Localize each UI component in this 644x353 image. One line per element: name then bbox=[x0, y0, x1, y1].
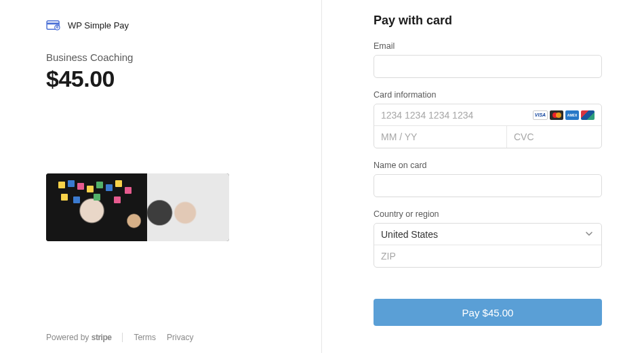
name-group: Name on card bbox=[374, 161, 602, 197]
card-info-label: Card information bbox=[374, 90, 602, 100]
country-group: Country or region United States bbox=[374, 209, 602, 268]
footer: Powered by stripe Terms Privacy bbox=[46, 333, 193, 342]
powered-by-label: Powered by stripe bbox=[46, 333, 111, 342]
footer-divider bbox=[122, 333, 123, 342]
name-input[interactable] bbox=[374, 174, 602, 197]
email-group: Email bbox=[374, 41, 602, 78]
zip-input[interactable] bbox=[374, 245, 601, 267]
summary-panel: WP Simple Pay Business Coaching $45.00 P… bbox=[0, 0, 322, 353]
card-number-input[interactable] bbox=[381, 110, 533, 121]
checkout-title: Pay with card bbox=[374, 14, 602, 28]
checkout-panel: Pay with card Email Card information VIS… bbox=[322, 0, 644, 353]
email-input[interactable] bbox=[374, 55, 602, 78]
country-box: United States bbox=[374, 223, 602, 268]
country-select[interactable]: United States bbox=[374, 224, 601, 245]
product-price: $45.00 bbox=[46, 66, 276, 92]
merchant-brand: WP Simple Pay bbox=[46, 19, 276, 31]
chevron-down-icon bbox=[585, 228, 593, 241]
email-label: Email bbox=[374, 41, 602, 51]
visa-icon: VISA bbox=[533, 110, 548, 120]
product-image bbox=[46, 173, 229, 241]
privacy-link[interactable]: Privacy bbox=[167, 333, 193, 342]
unionpay-icon bbox=[581, 110, 595, 120]
card-brand-icons: VISA AMEX bbox=[533, 110, 595, 120]
svg-point-2 bbox=[55, 25, 60, 30]
stripe-logo: stripe bbox=[92, 333, 112, 342]
card-cvc-input[interactable] bbox=[507, 126, 602, 148]
mastercard-icon bbox=[550, 110, 563, 120]
panel-divider bbox=[321, 0, 322, 353]
svg-rect-1 bbox=[47, 22, 59, 24]
card-box: VISA AMEX bbox=[374, 104, 602, 148]
merchant-logo-icon bbox=[46, 19, 61, 31]
terms-link[interactable]: Terms bbox=[134, 333, 156, 342]
merchant-name: WP Simple Pay bbox=[68, 20, 129, 30]
amex-icon: AMEX bbox=[565, 110, 579, 120]
name-label: Name on card bbox=[374, 161, 602, 170]
country-label: Country or region bbox=[374, 209, 602, 219]
card-expiry-input[interactable] bbox=[374, 126, 506, 148]
card-info-group: Card information VISA AMEX bbox=[374, 90, 602, 148]
pay-button[interactable]: Pay $45.00 bbox=[374, 299, 602, 326]
country-value: United States bbox=[381, 229, 438, 240]
product-name: Business Coaching bbox=[46, 51, 276, 63]
